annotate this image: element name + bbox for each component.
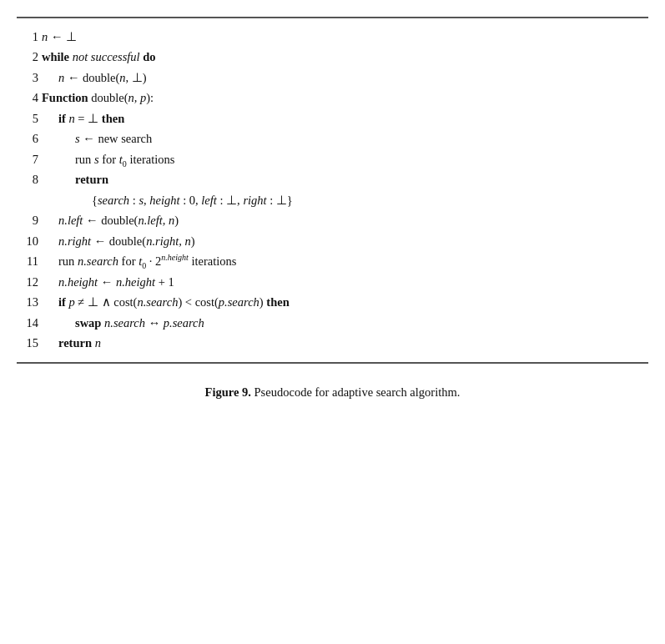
- algorithm-line: 3n ← double(n, ⊥): [17, 68, 648, 88]
- algorithm-line: 6s ← new search: [17, 128, 648, 148]
- line-number: 3: [17, 68, 42, 88]
- algorithm-line: 2while not successful do: [17, 47, 648, 67]
- line-code: n ← double(n, ⊥): [42, 68, 648, 88]
- algorithm-line: 7run s for t0 iterations: [17, 149, 648, 169]
- line-code: s ← new search: [42, 128, 648, 148]
- line-number: 6: [17, 128, 42, 148]
- caption-text: Pseudocode for adaptive search algorithm…: [251, 385, 460, 399]
- algorithm-line: 12n.height ← n.height + 1: [17, 272, 648, 292]
- line-number: 1: [17, 27, 42, 47]
- line-number: 8: [17, 169, 42, 189]
- algorithm-line: 9n.left ← double(n.left, n): [17, 210, 648, 230]
- page: 1n ← ⊥2while not successful do3n ← doubl…: [17, 17, 648, 403]
- line-code: while not successful do: [42, 47, 648, 67]
- line-code: {search : s, height : 0, left : ⊥, right…: [42, 190, 648, 210]
- line-number: 13: [17, 292, 42, 312]
- line-number: 9: [17, 210, 42, 230]
- line-code: return n: [42, 333, 648, 353]
- figure-label: Figure 9.: [205, 385, 251, 399]
- line-code: run s for t0 iterations: [42, 149, 648, 169]
- line-number: 2: [17, 47, 42, 67]
- line-code: Function double(n, p):: [42, 88, 648, 108]
- line-code: n.height ← n.height + 1: [42, 272, 648, 292]
- algorithm-line: {search : s, height : 0, left : ⊥, right…: [17, 190, 648, 210]
- line-number: 15: [17, 333, 42, 353]
- line-code: return: [42, 169, 648, 189]
- line-number: 10: [17, 231, 42, 251]
- algorithm-line: 1n ← ⊥: [17, 27, 648, 47]
- line-number: [17, 190, 42, 210]
- line-code: if n = ⊥ then: [42, 108, 648, 128]
- line-number: 5: [17, 108, 42, 128]
- algorithm-line: 4Function double(n, p):: [17, 88, 648, 108]
- line-code: if p ≠ ⊥ ∧ cost(n.search) < cost(p.searc…: [42, 292, 648, 312]
- line-code: n.right ← double(n.right, n): [42, 231, 648, 251]
- line-number: 4: [17, 88, 42, 108]
- line-number: 12: [17, 272, 42, 292]
- line-code: n.left ← double(n.left, n): [42, 210, 648, 230]
- figure-caption: Figure 9. Pseudocode for adaptive search…: [17, 382, 648, 403]
- line-code: run n.search for t0 · 2n.height iteratio…: [42, 251, 648, 271]
- algorithm-table: 1n ← ⊥2while not successful do3n ← doubl…: [17, 27, 648, 354]
- line-code: n ← ⊥: [42, 27, 648, 47]
- algorithm-line: 5if n = ⊥ then: [17, 108, 648, 128]
- line-number: 7: [17, 149, 42, 169]
- algorithm-line: 15return n: [17, 333, 648, 353]
- algorithm-line: 10n.right ← double(n.right, n): [17, 231, 648, 251]
- algorithm-line: 8return: [17, 169, 648, 189]
- algorithm-line: 14swap n.search ↔ p.search: [17, 313, 648, 333]
- algorithm-line: 13if p ≠ ⊥ ∧ cost(n.search) < cost(p.sea…: [17, 292, 648, 312]
- line-number: 11: [17, 251, 42, 271]
- algorithm-box: 1n ← ⊥2while not successful do3n ← doubl…: [17, 17, 648, 364]
- algorithm-line: 11run n.search for t0 · 2n.height iterat…: [17, 251, 648, 271]
- line-number: 14: [17, 313, 42, 333]
- line-code: swap n.search ↔ p.search: [42, 313, 648, 333]
